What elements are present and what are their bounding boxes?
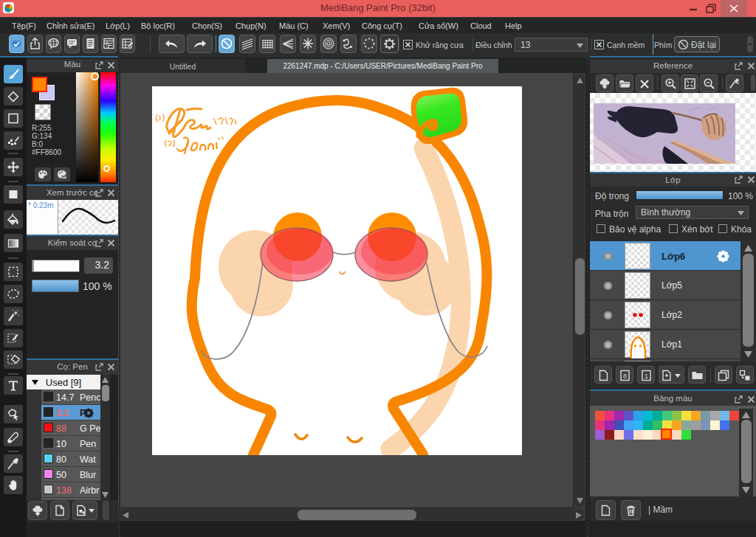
svg-text:8: 8 [622,373,626,380]
svg-text:1: 1 [644,373,647,380]
